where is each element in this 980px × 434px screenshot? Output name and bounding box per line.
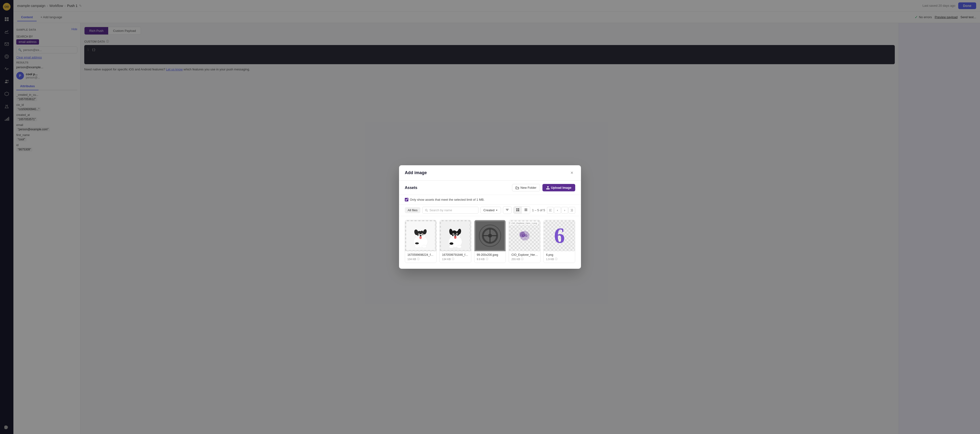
svg-point-44 bbox=[419, 236, 422, 239]
svg-point-19 bbox=[425, 209, 427, 211]
svg-rect-25 bbox=[518, 208, 519, 209]
all-files-tag: All files bbox=[405, 207, 420, 213]
add-image-modal: Add image × Assets New Folder bbox=[399, 165, 581, 269]
info-icon-4[interactable]: ⓘ bbox=[521, 257, 523, 261]
svg-point-45 bbox=[415, 245, 419, 248]
svg-rect-29 bbox=[525, 209, 527, 210]
svg-point-63 bbox=[457, 245, 461, 248]
image-preview-3 bbox=[474, 220, 506, 251]
asset-search-input[interactable] bbox=[430, 208, 476, 212]
image-name-1: 1670599698224_frederick_a... bbox=[407, 253, 434, 257]
assets-header: Assets New Folder Upload Image bbox=[399, 180, 581, 195]
new-folder-button[interactable]: New Folder bbox=[512, 184, 540, 191]
image-card-1[interactable]: 1670599698224_frederick_a... 134 KB ⓘ bbox=[405, 220, 437, 263]
machinery-image bbox=[476, 221, 504, 250]
image-info-2: 1670599791846_frederick_a... 134 KB ⓘ bbox=[440, 251, 471, 263]
info-icon-3[interactable]: ⓘ bbox=[486, 257, 488, 261]
cio-explorer-svg: CIO bbox=[515, 228, 534, 243]
list-view-button[interactable] bbox=[522, 207, 530, 214]
svg-point-58 bbox=[457, 233, 457, 234]
image-card-3[interactable]: 99-200x200.jpeg 9.9 KB ⓘ bbox=[474, 220, 506, 263]
modal-toolbar: All files Created bbox=[399, 204, 581, 216]
image-size-3: 9.9 KB bbox=[477, 258, 485, 261]
page-navigation: ⟨⟨ ‹ › ⟩⟩ bbox=[547, 207, 575, 214]
image-size-2: 134 KB bbox=[442, 258, 451, 261]
grid-icon bbox=[516, 208, 519, 212]
filter-button[interactable] bbox=[503, 206, 512, 214]
info-icon-1[interactable]: ⓘ bbox=[417, 257, 420, 261]
next-page-button[interactable]: › bbox=[562, 207, 568, 214]
image-card-2[interactable]: 1670599791846_frederick_a... 134 KB ⓘ bbox=[439, 220, 471, 263]
image-size-1: 134 KB bbox=[407, 258, 416, 261]
view-toggle bbox=[514, 206, 530, 214]
assets-actions: New Folder Upload Image bbox=[512, 184, 575, 191]
pagination-info: 1 – 5 of 5 bbox=[532, 208, 545, 212]
image-info-1: 1670599698224_frederick_a... 134 KB ⓘ bbox=[405, 251, 436, 263]
svg-rect-18 bbox=[546, 188, 549, 189]
image-info-3: 99-200x200.jpeg 9.9 KB ⓘ bbox=[474, 251, 506, 263]
svg-rect-27 bbox=[518, 210, 519, 211]
image-preview-2 bbox=[440, 220, 471, 251]
modal-close-button[interactable]: × bbox=[568, 169, 575, 177]
number-6-svg: 6 bbox=[550, 224, 569, 248]
svg-rect-26 bbox=[516, 210, 517, 211]
svg-rect-30 bbox=[525, 211, 527, 211]
search-icon bbox=[425, 209, 428, 212]
svg-point-62 bbox=[449, 245, 454, 248]
assets-title: Assets bbox=[405, 186, 417, 190]
size-filter-checkbox-wrap[interactable]: Only show assets that meet the selected … bbox=[405, 198, 485, 201]
image-grid: 1670599698224_frederick_a... 134 KB ⓘ bbox=[399, 216, 581, 269]
modal-header: Add image × bbox=[399, 165, 581, 180]
size-filter-checkbox[interactable] bbox=[405, 198, 408, 201]
dog-dark-image bbox=[441, 221, 470, 250]
image-card-5[interactable]: 6 6.png 1.9 KB ⓘ bbox=[543, 220, 575, 263]
image-name-3: 99-200x200.jpeg bbox=[477, 253, 503, 257]
upload-image-button[interactable]: Upload Image bbox=[542, 184, 575, 191]
image-info-4: CIO_Explorer_Hero_1.png 255 KB ⓘ bbox=[509, 251, 540, 263]
image-preview-1 bbox=[405, 220, 436, 251]
image-meta-1: 134 KB ⓘ bbox=[407, 257, 434, 261]
list-icon bbox=[524, 208, 528, 212]
filter-bar: Only show assets that meet the selected … bbox=[399, 195, 581, 204]
first-page-button[interactable]: ⟨⟨ bbox=[547, 207, 554, 214]
svg-point-46 bbox=[422, 245, 426, 248]
svg-text:CIO: CIO bbox=[522, 234, 527, 237]
last-page-button[interactable]: ⟩⟩ bbox=[568, 207, 575, 214]
modal-overlay[interactable]: Add image × Assets New Folder bbox=[0, 0, 980, 434]
svg-point-41 bbox=[422, 233, 423, 235]
search-box bbox=[422, 207, 478, 214]
grid-view-button[interactable] bbox=[514, 207, 522, 214]
chevron-down-icon bbox=[495, 209, 498, 212]
folder-icon bbox=[515, 186, 519, 190]
svg-text:6: 6 bbox=[554, 224, 565, 247]
image-meta-5: 1.9 KB ⓘ bbox=[546, 257, 573, 261]
image-size-4: 255 KB bbox=[511, 258, 520, 261]
sort-button[interactable]: Created bbox=[480, 207, 501, 214]
image-meta-2: 134 KB ⓘ bbox=[442, 257, 469, 261]
svg-point-39 bbox=[418, 234, 419, 235]
filter-icon bbox=[506, 208, 509, 212]
upload-icon bbox=[546, 186, 550, 190]
cio-filename-overlay: CIO_Explorer_Hero_1.png bbox=[510, 222, 538, 225]
image-info-5: 6.png 1.9 KB ⓘ bbox=[544, 251, 575, 263]
number-6-preview: 6 bbox=[544, 220, 575, 251]
svg-point-61 bbox=[454, 236, 457, 239]
modal-title: Add image bbox=[405, 170, 427, 176]
prev-page-button[interactable]: ‹ bbox=[554, 207, 561, 214]
info-icon-2[interactable]: ⓘ bbox=[452, 257, 454, 261]
svg-point-47 bbox=[415, 243, 419, 244]
cio-explorer-preview: CIO_Explorer_Hero_1.png CIO bbox=[509, 220, 540, 251]
image-name-2: 1670599791846_frederick_a... bbox=[442, 253, 469, 257]
image-size-5: 1.9 KB bbox=[546, 258, 554, 261]
info-icon-5[interactable]: ⓘ bbox=[555, 257, 557, 261]
svg-rect-28 bbox=[525, 209, 527, 209]
image-preview-4: CIO_Explorer_Hero_1.png CIO bbox=[509, 220, 540, 251]
svg-rect-73 bbox=[476, 221, 504, 250]
image-preview-5: 6 bbox=[544, 220, 575, 251]
dog-white-image bbox=[406, 221, 435, 250]
svg-line-20 bbox=[427, 211, 428, 212]
image-card-4[interactable]: CIO_Explorer_Hero_1.png CIO CIO_Explorer… bbox=[509, 220, 541, 263]
svg-point-64 bbox=[450, 243, 453, 245]
svg-point-56 bbox=[453, 233, 454, 235]
image-name-5: 6.png bbox=[546, 253, 573, 257]
